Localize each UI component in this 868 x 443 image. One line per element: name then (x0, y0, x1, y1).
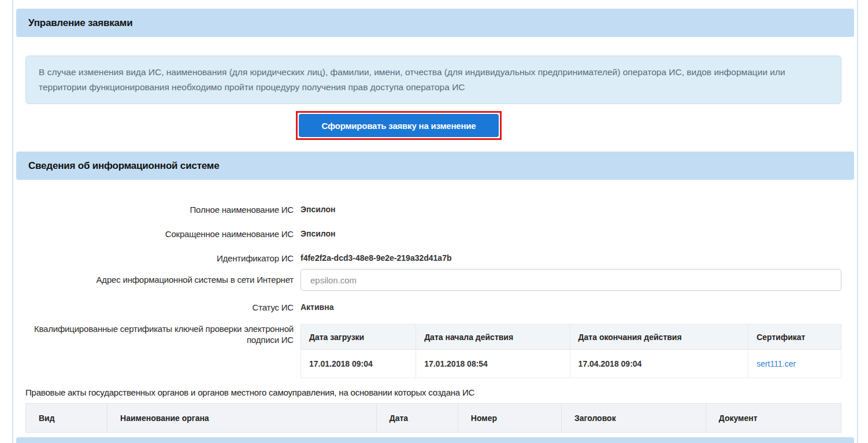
certificate-table-row: 17.01.2018 09:04 17.01.2018 08:54 17.04.… (301, 350, 841, 378)
internet-address-input[interactable] (301, 269, 841, 291)
acts-col-date: Дата (376, 404, 458, 433)
certificates-header-row: Дата загрузки Дата начала действия Дата … (301, 324, 841, 350)
form-row-identifier: Идентификатор ИС f4fe2f2a-dcd3-48e8-9e2e… (16, 253, 854, 264)
full-name-label: Полное наименование ИС (16, 204, 294, 215)
legal-acts-header-row: Вид Наименование органа Дата Номер Загол… (26, 404, 841, 433)
panel-left-border (12, 0, 13, 443)
info-alert: В случае изменения вида ИС, наименования… (25, 56, 841, 104)
status-label: Статус ИС (16, 302, 294, 313)
section-header-system-info: Сведения об информационной системе (16, 152, 854, 180)
form-row-full-name: Полное наименование ИС Эпсилон (16, 204, 854, 215)
identifier-value: f4fe2f2a-dcd3-48e8-9e2e-219a32d41a7b (301, 253, 841, 263)
form-row-status: Статус ИС Активна (16, 302, 854, 313)
form-row-certificates: Квалифицированные сертификаты ключей про… (16, 323, 854, 378)
acts-col-type: Вид (26, 404, 107, 433)
acts-col-document: Документ (706, 404, 841, 433)
create-change-request-button[interactable]: Сформировать заявку на изменение (299, 114, 499, 137)
section-header-applications: Управление заявками (16, 9, 854, 37)
cert-col-certificate: Сертификат (748, 324, 841, 350)
identifier-label: Идентификатор ИС (16, 253, 294, 264)
cert-upload-date-cell: 17.01.2018 09:04 (301, 350, 416, 378)
button-row: Сформировать заявку на изменение (16, 111, 854, 140)
certificates-table: Дата загрузки Дата начала действия Дата … (301, 324, 841, 378)
cert-col-upload-date: Дата загрузки (301, 324, 416, 350)
cert-start-date-cell: 17.01.2018 08:54 (416, 350, 570, 378)
red-highlight-annotation: Сформировать заявку на изменение (296, 111, 502, 140)
certificates-table-wrap: Дата загрузки Дата начала действия Дата … (301, 323, 841, 378)
cert-col-start-date: Дата начала действия (416, 324, 570, 350)
full-name-value: Эпсилон (301, 204, 841, 214)
internet-address-label: Адрес информационной системы в сети Инте… (16, 274, 294, 285)
legal-acts-table: Вид Наименование органа Дата Номер Загол… (25, 403, 841, 433)
panel-right-border (857, 0, 858, 443)
form-row-short-name: Сокращенное наименование ИС Эпсилон (16, 228, 854, 239)
short-name-label: Сокращенное наименование ИС (16, 228, 294, 239)
legal-acts-caption: Правовые акты государственных органов и … (25, 387, 841, 397)
cert-file-cell: sert111.cer (748, 350, 841, 378)
certificates-label: Квалифицированные сертификаты ключей про… (16, 323, 294, 345)
certificate-file-link[interactable]: sert111.cer (756, 359, 796, 368)
short-name-value: Эпсилон (301, 228, 841, 238)
bottom-section-bar (16, 437, 854, 443)
acts-col-number: Номер (458, 404, 561, 433)
form-row-internet-address: Адрес информационной системы в сети Инте… (16, 268, 854, 291)
legal-acts-table-wrap: Вид Наименование органа Дата Номер Загол… (25, 403, 841, 433)
main-content: Управление заявками В случае изменения в… (16, 9, 854, 443)
acts-col-authority-name: Наименование органа (107, 404, 377, 433)
acts-col-title: Заголовок (562, 404, 706, 433)
info-alert-text: В случае изменения вида ИС, наименования… (39, 67, 785, 92)
cert-col-end-date: Дата окончания действия (570, 324, 748, 350)
system-info-form: Полное наименование ИС Эпсилон Сокращенн… (16, 204, 854, 378)
internet-address-field-wrap (301, 268, 841, 291)
status-value: Активна (301, 302, 841, 312)
cert-end-date-cell: 17.04.2018 09:04 (570, 350, 748, 378)
